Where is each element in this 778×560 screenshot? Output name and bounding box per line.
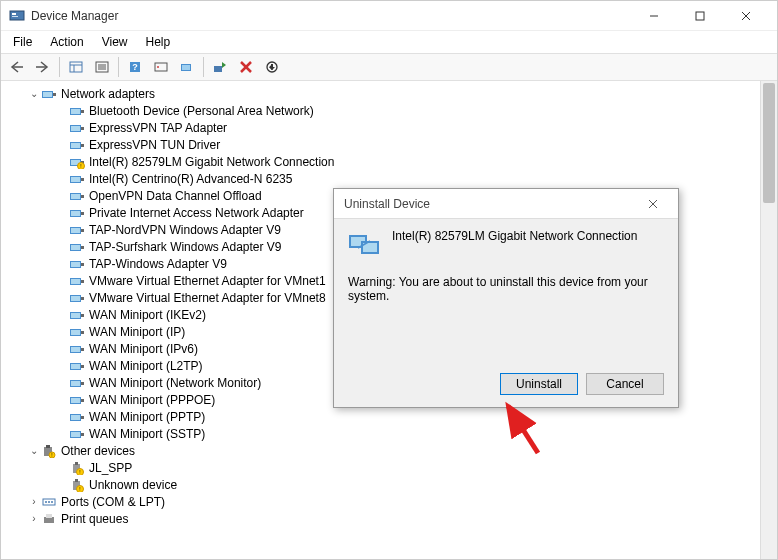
- tree-item-adapter[interactable]: Bluetooth Device (Personal Area Network): [5, 102, 760, 119]
- svg-rect-98: [75, 462, 78, 465]
- dialog-device-row: Intel(R) 82579LM Gigabit Network Connect…: [348, 229, 664, 257]
- menu-action[interactable]: Action: [42, 33, 91, 51]
- dialog-title: Uninstall Device: [344, 197, 638, 211]
- tree-item-label: WAN Miniport (SSTP): [89, 427, 205, 441]
- network-adapter-icon: [69, 188, 85, 204]
- network-adapter-icon: [348, 229, 380, 257]
- svg-text:?: ?: [132, 62, 138, 72]
- network-adapter-icon: [69, 256, 85, 272]
- toolbar-separator: [118, 57, 119, 77]
- tree-category-print[interactable]: › Print queues: [5, 510, 760, 527]
- expand-icon[interactable]: ›: [27, 496, 41, 507]
- tree-item-other[interactable]: !JL_SPP: [5, 459, 760, 476]
- unknown-device-icon: !: [69, 477, 85, 493]
- tree-item-label: ExpressVPN TUN Driver: [89, 138, 220, 152]
- expand-icon[interactable]: ›: [27, 513, 41, 524]
- back-button[interactable]: [5, 56, 29, 78]
- disable-button[interactable]: [260, 56, 284, 78]
- network-adapter-icon: [69, 392, 85, 408]
- minimize-button[interactable]: [631, 1, 677, 31]
- svg-rect-92: [81, 433, 84, 436]
- toolbar-separator: [203, 57, 204, 77]
- svg-rect-102: [75, 479, 78, 482]
- svg-rect-89: [81, 416, 84, 419]
- svg-rect-61: [71, 262, 80, 267]
- tree-item-label: Intel(R) Centrino(R) Advanced-N 6235: [89, 172, 292, 186]
- tree-item-label: JL_SPP: [89, 461, 132, 475]
- svg-rect-85: [71, 398, 80, 403]
- svg-rect-47: [81, 178, 84, 181]
- svg-rect-4: [696, 12, 704, 20]
- tree-item-other[interactable]: !Unknown device: [5, 476, 760, 493]
- close-button[interactable]: [723, 1, 769, 31]
- svg-rect-22: [214, 66, 222, 72]
- category-label: Print queues: [61, 512, 128, 526]
- dialog-titlebar: Uninstall Device: [334, 189, 678, 219]
- tree-item-adapter[interactable]: !Intel(R) 82579LM Gigabit Network Connec…: [5, 153, 760, 170]
- tree-item-adapter[interactable]: Intel(R) Centrino(R) Advanced-N 6235: [5, 170, 760, 187]
- svg-rect-46: [71, 177, 80, 182]
- tree-category-network[interactable]: ⌄ Network adapters: [5, 85, 760, 102]
- dialog-close-button[interactable]: [638, 190, 668, 218]
- tree-item-label: WAN Miniport (L2TP): [89, 359, 203, 373]
- dialog-buttons: Uninstall Cancel: [500, 373, 664, 395]
- show-hidden-button[interactable]: [64, 56, 88, 78]
- svg-rect-0: [10, 11, 24, 20]
- tree-item-adapter[interactable]: WAN Miniport (SSTP): [5, 425, 760, 442]
- network-adapter-icon: [69, 239, 85, 255]
- scrollbar-thumb[interactable]: [763, 83, 775, 203]
- action-button[interactable]: [149, 56, 173, 78]
- menu-view[interactable]: View: [94, 33, 136, 51]
- category-label: Other devices: [61, 444, 135, 458]
- svg-rect-39: [81, 144, 84, 147]
- tree-category-ports[interactable]: › Ports (COM & LPT): [5, 493, 760, 510]
- svg-text:!: !: [79, 469, 80, 475]
- svg-text:!: !: [51, 452, 52, 458]
- uninstall-confirm-button[interactable]: Uninstall: [500, 373, 578, 395]
- tree-item-label: ExpressVPN TAP Adapter: [89, 121, 227, 135]
- network-adapter-icon: [69, 171, 85, 187]
- tree-item-label: WAN Miniport (IPv6): [89, 342, 198, 356]
- tree-item-adapter[interactable]: ExpressVPN TAP Adapter: [5, 119, 760, 136]
- network-adapter-icon: [69, 137, 85, 153]
- dialog-body: Intel(R) 82579LM Gigabit Network Connect…: [334, 219, 678, 313]
- category-label: Network adapters: [61, 87, 155, 101]
- forward-button[interactable]: [31, 56, 55, 78]
- svg-rect-62: [81, 263, 84, 266]
- svg-rect-79: [71, 364, 80, 369]
- network-adapter-icon: [69, 375, 85, 391]
- menu-file[interactable]: File: [5, 33, 40, 51]
- other-devices-icon: !: [41, 443, 57, 459]
- help-button[interactable]: ?: [123, 56, 147, 78]
- tree-item-label: WAN Miniport (IKEv2): [89, 308, 206, 322]
- svg-rect-82: [71, 381, 80, 386]
- scan-button[interactable]: [175, 56, 199, 78]
- uninstall-button[interactable]: [234, 56, 258, 78]
- collapse-icon[interactable]: ⌄: [27, 88, 41, 99]
- tree-category-other[interactable]: ⌄ ! Other devices: [5, 442, 760, 459]
- collapse-icon[interactable]: ⌄: [27, 445, 41, 456]
- maximize-button[interactable]: [677, 1, 723, 31]
- vertical-scrollbar[interactable]: [760, 81, 777, 559]
- cancel-button[interactable]: Cancel: [586, 373, 664, 395]
- tree-item-label: TAP-Windows Adapter V9: [89, 257, 227, 271]
- tree-item-label: WAN Miniport (Network Monitor): [89, 376, 261, 390]
- menu-help[interactable]: Help: [138, 33, 179, 51]
- tree-item-label: OpenVPN Data Channel Offload: [89, 189, 262, 203]
- svg-rect-74: [81, 331, 84, 334]
- menubar: File Action View Help: [1, 31, 777, 53]
- dialog-device-name: Intel(R) 82579LM Gigabit Network Connect…: [392, 229, 637, 243]
- unknown-device-icon: !: [69, 460, 85, 476]
- svg-rect-77: [81, 348, 84, 351]
- svg-rect-56: [81, 229, 84, 232]
- tree-item-adapter[interactable]: WAN Miniport (PPTP): [5, 408, 760, 425]
- tree-item-label: VMware Virtual Ethernet Adapter for VMne…: [89, 291, 326, 305]
- svg-rect-86: [81, 399, 84, 402]
- properties-button[interactable]: [90, 56, 114, 78]
- tree-item-adapter[interactable]: ExpressVPN TUN Driver: [5, 136, 760, 153]
- toolbar: ?: [1, 53, 777, 81]
- update-driver-button[interactable]: [208, 56, 232, 78]
- tree-item-label: TAP-NordVPN Windows Adapter V9: [89, 223, 281, 237]
- tree-item-label: Private Internet Access Network Adapter: [89, 206, 304, 220]
- network-adapters-icon: [41, 86, 57, 102]
